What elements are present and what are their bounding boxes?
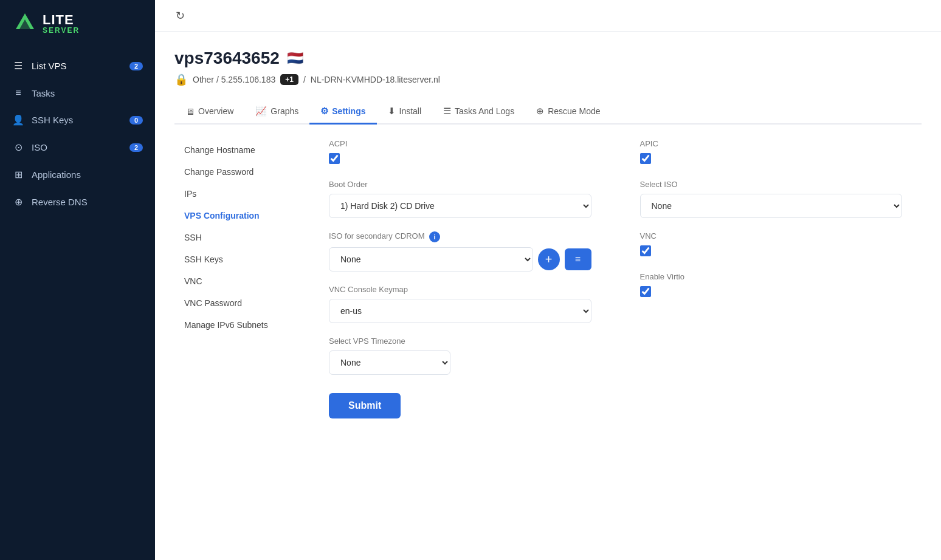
- menu-vps-configuration[interactable]: VPS Configuration: [174, 205, 314, 227]
- submit-section: Submit: [329, 388, 591, 418]
- menu-change-password[interactable]: Change Password: [174, 161, 314, 183]
- tab-label: Graphs: [271, 106, 298, 116]
- graphs-icon: 📈: [255, 106, 267, 117]
- page-content: vps73643652 🇳🇱 🔒 Other / 5.255.106.183 +…: [155, 32, 941, 560]
- sidebar-item-iso[interactable]: ⊙ ISO 2: [0, 134, 155, 161]
- enable-virtio-section: Enable Virtio: [640, 272, 903, 299]
- select-iso-select[interactable]: None: [640, 194, 903, 218]
- submit-button[interactable]: Submit: [329, 393, 401, 418]
- vnc-keymap-select[interactable]: en-us de fr es: [329, 299, 591, 323]
- acpi-checkbox[interactable]: [329, 153, 340, 164]
- apic-checkbox[interactable]: [640, 153, 651, 164]
- select-iso-label: Select ISO: [640, 180, 903, 189]
- boot-order-section: Boot Order 1) Hard Disk 2) CD Drive 1) C…: [329, 180, 591, 218]
- menu-manage-ipv6[interactable]: Manage IPv6 Subnets: [174, 314, 314, 336]
- timezone-section: Select VPS Timezone None: [329, 336, 591, 375]
- sidebar-item-applications[interactable]: ⊞ Applications: [0, 161, 155, 188]
- vnc-section: VNC: [640, 231, 903, 259]
- ip-plus-badge: +1: [280, 74, 298, 85]
- timezone-select[interactable]: None: [329, 350, 450, 375]
- sidebar: LITE SERVER ☰ List VPS 2 ≡ Tasks 👤 SSH K…: [0, 0, 155, 560]
- main-tabs: 🖥 Overview 📈 Graphs ⚙ Settings ⬇ Install…: [174, 100, 922, 125]
- iso-secondary-select[interactable]: None: [329, 247, 533, 271]
- vnc-checkbox[interactable]: [640, 245, 651, 256]
- acpi-section: ACPI: [329, 139, 591, 166]
- applications-icon: ⊞: [12, 169, 24, 180]
- form-grid: ACPI Boot Order 1) Hard Disk 2) CD Drive…: [329, 139, 902, 432]
- tab-settings[interactable]: ⚙ Settings: [309, 100, 376, 125]
- ssh-keys-icon: 👤: [12, 114, 24, 126]
- iso-badge: 2: [129, 143, 143, 152]
- tab-tasks-and-logs[interactable]: ☰ Tasks And Logs: [432, 100, 525, 125]
- sidebar-item-ssh-keys[interactable]: 👤 SSH Keys 0: [0, 106, 155, 134]
- menu-ssh-keys[interactable]: SSH Keys: [174, 248, 314, 270]
- settings-sidebar-menu: Change Hostname Change Password IPs VPS …: [174, 125, 314, 432]
- timezone-row: None: [329, 350, 591, 375]
- apic-label: APIC: [640, 139, 903, 148]
- menu-ips[interactable]: IPs: [174, 183, 314, 205]
- logo-text: LITE SERVER: [43, 13, 80, 34]
- page-header: vps73643652 🇳🇱: [174, 49, 922, 68]
- settings-body: Change Hostname Change Password IPs VPS …: [174, 125, 922, 432]
- vnc-keymap-label: VNC Console Keymap: [329, 285, 591, 294]
- flag-icon: 🇳🇱: [287, 50, 303, 66]
- iso-secondary-row: None + ≡: [329, 247, 591, 271]
- logo-lite: LITE: [43, 13, 80, 27]
- reverse-dns-icon: ⊕: [12, 196, 24, 208]
- settings-icon: ⚙: [320, 106, 328, 117]
- sidebar-item-label: ISO: [32, 142, 47, 152]
- iso-add-button[interactable]: +: [538, 248, 560, 270]
- page-title: vps73643652: [174, 49, 280, 68]
- subtitle-text: Other / 5.255.106.183: [193, 75, 275, 84]
- timezone-label: Select VPS Timezone: [329, 336, 591, 346]
- tab-overview[interactable]: 🖥 Overview: [174, 100, 244, 125]
- tab-label: Overview: [198, 106, 233, 116]
- list-vps-badge: 2: [129, 62, 143, 70]
- form-left-col: ACPI Boot Order 1) Hard Disk 2) CD Drive…: [329, 139, 591, 432]
- hostname-text: /: [303, 75, 306, 84]
- vnc-keymap-section: VNC Console Keymap en-us de fr es: [329, 285, 591, 323]
- sidebar-item-tasks[interactable]: ≡ Tasks: [0, 80, 155, 106]
- vnc-label: VNC: [640, 231, 903, 241]
- vps-config-form: ACPI Boot Order 1) Hard Disk 2) CD Drive…: [314, 125, 922, 432]
- menu-change-hostname[interactable]: Change Hostname: [174, 139, 314, 161]
- server-icon: 🔒: [174, 73, 188, 86]
- boot-order-label: Boot Order: [329, 180, 591, 189]
- iso-list-button[interactable]: ≡: [565, 248, 591, 270]
- sidebar-logo: LITE SERVER: [0, 0, 155, 47]
- apic-section: APIC: [640, 139, 903, 166]
- sidebar-item-list-vps[interactable]: ☰ List VPS 2: [0, 52, 155, 80]
- menu-vnc[interactable]: VNC: [174, 270, 314, 292]
- info-icon: i: [429, 231, 440, 242]
- enable-virtio-checkbox[interactable]: [640, 286, 651, 297]
- iso-secondary-label: ISO for secondary CDROM i: [329, 231, 591, 242]
- sidebar-item-label: Applications: [32, 169, 81, 180]
- acpi-label: ACPI: [329, 139, 591, 148]
- menu-vnc-password[interactable]: VNC Password: [174, 292, 314, 314]
- logo-server: SERVER: [43, 27, 80, 34]
- tab-install[interactable]: ⬇ Install: [377, 100, 433, 125]
- overview-icon: 🖥: [185, 106, 195, 117]
- tab-graphs[interactable]: 📈 Graphs: [244, 100, 309, 125]
- tab-label: Settings: [332, 106, 365, 116]
- ssh-keys-badge: 0: [129, 116, 143, 125]
- tasks-logs-icon: ☰: [443, 106, 451, 117]
- select-iso-section: Select ISO None: [640, 180, 903, 218]
- sidebar-item-label: List VPS: [32, 61, 67, 71]
- tab-label: Install: [399, 106, 422, 116]
- sidebar-item-label: Reverse DNS: [32, 197, 88, 207]
- install-icon: ⬇: [388, 106, 396, 117]
- refresh-button[interactable]: ↻: [172, 5, 188, 26]
- form-right-col: APIC Select ISO None VNC: [640, 139, 903, 432]
- sidebar-navigation: ☰ List VPS 2 ≡ Tasks 👤 SSH Keys 0 ⊙ ISO …: [0, 52, 155, 216]
- menu-ssh[interactable]: SSH: [174, 227, 314, 248]
- page-subtitle: 🔒 Other / 5.255.106.183 +1 / NL-DRN-KVMH…: [174, 73, 922, 86]
- sidebar-item-reverse-dns[interactable]: ⊕ Reverse DNS: [0, 188, 155, 216]
- sidebar-item-label: SSH Keys: [32, 115, 73, 125]
- boot-order-select[interactable]: 1) Hard Disk 2) CD Drive 1) CD Drive 2) …: [329, 194, 591, 218]
- hostname: NL-DRN-KVMHDD-18.liteserver.nl: [311, 75, 440, 84]
- tab-label: Rescue Mode: [548, 106, 600, 116]
- list-vps-icon: ☰: [12, 60, 24, 72]
- tab-rescue-mode[interactable]: ⊕ Rescue Mode: [525, 100, 611, 125]
- sidebar-item-label: Tasks: [32, 88, 55, 98]
